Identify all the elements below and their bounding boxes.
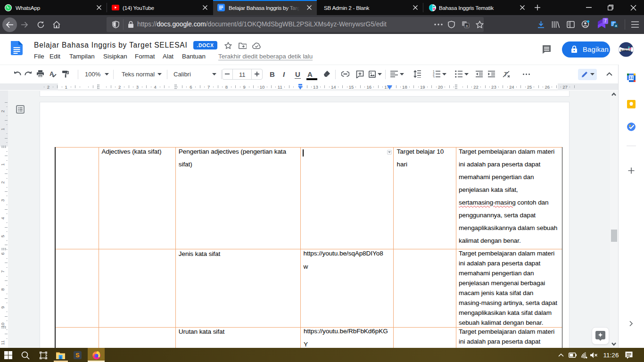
svg-text:3: 3	[433, 75, 435, 78]
svg-text:S: S	[75, 352, 79, 359]
svg-text:31: 31	[629, 75, 634, 80]
svg-text:7: 7	[604, 18, 607, 24]
svg-text:BAHASA: BAHASA	[620, 49, 631, 52]
svg-text:a: a	[466, 24, 468, 28]
svg-text:a: a	[615, 24, 617, 28]
